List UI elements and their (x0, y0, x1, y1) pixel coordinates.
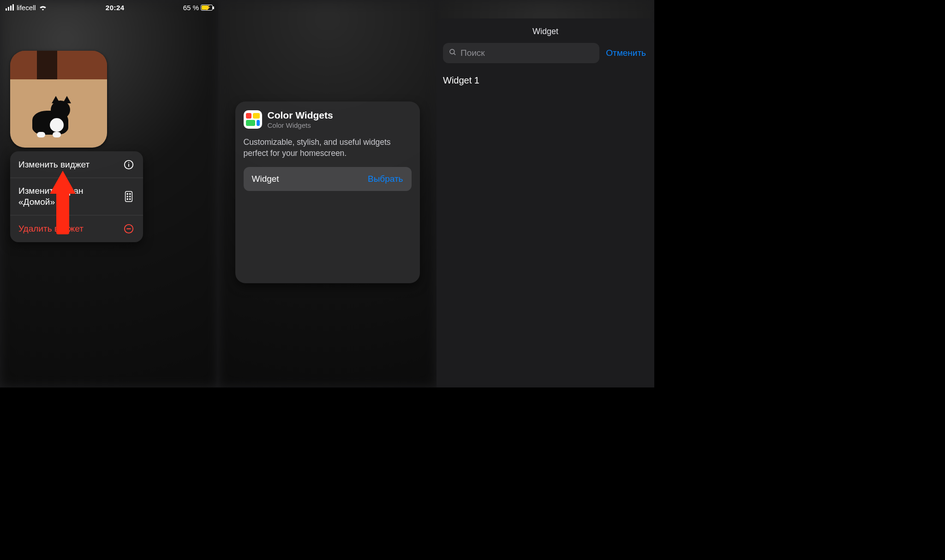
widget-context-menu: Изменить виджет Изменить экран «Домой» У… (10, 151, 143, 242)
edit-home-label: Изменить экран «Домой» (18, 185, 111, 208)
widget-preview-thumbnail[interactable] (10, 51, 107, 148)
config-header: Color Widgets Color Widgets (244, 110, 412, 129)
svg-line-13 (454, 53, 455, 55)
widget-config-card: Color Widgets Color Widgets Customizable… (235, 101, 420, 283)
widget-select-row[interactable]: Widget Выбрать (244, 167, 412, 191)
search-field[interactable] (443, 43, 599, 63)
carrier-label: lifecell (17, 4, 36, 12)
color-widgets-app-icon (244, 110, 262, 129)
widget-row-label: Widget (252, 174, 279, 184)
status-left: lifecell (6, 4, 47, 12)
delete-widget-menu-item[interactable]: Удалить виджет (10, 215, 143, 242)
svg-point-8 (127, 198, 128, 199)
result-item[interactable]: Widget 1 (443, 71, 648, 89)
svg-point-9 (130, 198, 131, 199)
status-right: 65 % ⚡ (183, 4, 213, 12)
svg-point-5 (130, 193, 131, 194)
apps-grid-icon (123, 191, 135, 202)
screenshot-panel-3: Widget Отменить Widget 1 (437, 0, 654, 387)
info-icon (123, 160, 135, 170)
sheet-title: Widget (437, 23, 654, 43)
svg-rect-3 (126, 191, 132, 202)
search-input[interactable] (461, 48, 594, 58)
svg-point-6 (127, 196, 128, 197)
cancel-button[interactable]: Отменить (604, 44, 648, 62)
search-icon (449, 48, 457, 58)
edit-widget-menu-item[interactable]: Изменить виджет (10, 151, 143, 178)
delete-widget-label: Удалить виджет (18, 223, 84, 234)
svg-point-4 (127, 193, 128, 194)
config-subtitle: Color Widgets (268, 121, 333, 129)
config-description: Customizable, stylish, and useful widget… (244, 137, 412, 159)
svg-point-2 (128, 162, 129, 163)
widget-row-action: Выбрать (368, 174, 403, 184)
config-title: Color Widgets (268, 110, 333, 120)
status-bar: lifecell 20:24 65 % ⚡ (0, 0, 218, 13)
clock-label: 20:24 (106, 4, 125, 12)
battery-icon: ⚡ (201, 5, 213, 11)
wifi-icon (39, 4, 47, 11)
battery-percent-label: 65 % (183, 4, 199, 12)
edit-home-menu-item[interactable]: Изменить экран «Домой» (10, 178, 143, 215)
svg-point-7 (130, 196, 131, 197)
screenshot-panel-2: Color Widgets Color Widgets Customizable… (218, 0, 437, 387)
widget-picker-sheet: Widget Отменить Widget 1 (437, 18, 654, 387)
search-results: Widget 1 (437, 63, 654, 98)
minus-circle-icon (123, 224, 135, 234)
signal-icon (6, 4, 14, 11)
screenshot-panel-1: lifecell 20:24 65 % ⚡ Изменить виджет Из… (0, 0, 218, 387)
edit-widget-label: Изменить виджет (18, 159, 90, 170)
search-row: Отменить (437, 43, 654, 63)
svg-point-12 (450, 49, 455, 54)
